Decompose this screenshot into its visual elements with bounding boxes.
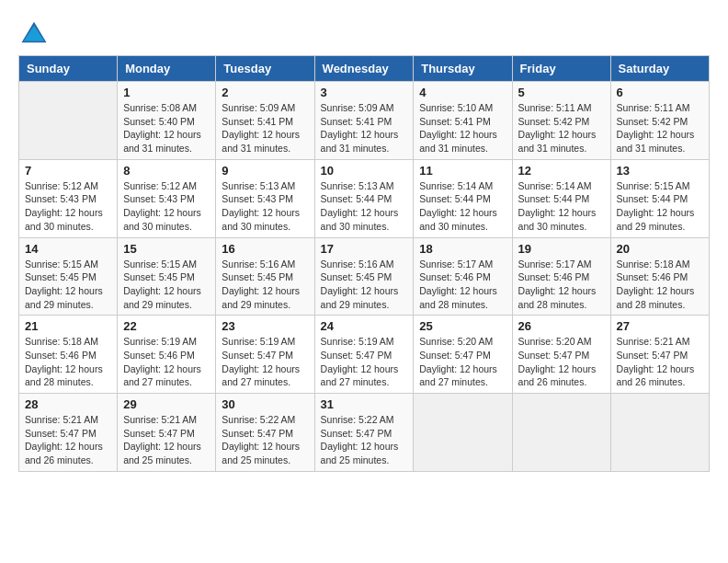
calendar-cell: 28Sunrise: 5:21 AM Sunset: 5:47 PM Dayli… (19, 394, 118, 472)
calendar-cell: 2Sunrise: 5:09 AM Sunset: 5:41 PM Daylig… (216, 82, 314, 160)
header-cell-thursday: Thursday (414, 56, 512, 82)
calendar-table: SundayMondayTuesdayWednesdayThursdayFrid… (18, 55, 710, 472)
day-info: Sunrise: 5:13 AM Sunset: 5:43 PM Dayligh… (222, 179, 308, 234)
day-info: Sunrise: 5:16 AM Sunset: 5:45 PM Dayligh… (222, 258, 308, 312)
calendar-cell: 29Sunrise: 5:21 AM Sunset: 5:47 PM Dayli… (118, 394, 216, 472)
day-number: 6 (617, 86, 703, 99)
day-info: Sunrise: 5:21 AM Sunset: 5:47 PM Dayligh… (25, 413, 111, 467)
calendar-cell: 8Sunrise: 5:12 AM Sunset: 5:43 PM Daylig… (118, 159, 216, 237)
calendar-header-row: SundayMondayTuesdayWednesdayThursdayFrid… (19, 56, 710, 82)
day-number: 12 (518, 164, 605, 178)
header-cell-tuesday: Tuesday (216, 56, 314, 82)
calendar-cell: 4Sunrise: 5:10 AM Sunset: 5:41 PM Daylig… (414, 82, 512, 160)
day-info: Sunrise: 5:15 AM Sunset: 5:45 PM Dayligh… (25, 258, 111, 312)
day-number: 18 (419, 242, 506, 256)
calendar-cell: 25Sunrise: 5:20 AM Sunset: 5:47 PM Dayli… (414, 316, 512, 394)
calendar-cell: 19Sunrise: 5:17 AM Sunset: 5:46 PM Dayli… (512, 237, 610, 316)
calendar-cell: 16Sunrise: 5:16 AM Sunset: 5:45 PM Dayli… (216, 237, 314, 316)
day-info: Sunrise: 5:08 AM Sunset: 5:40 PM Dayligh… (123, 101, 210, 155)
day-info: Sunrise: 5:09 AM Sunset: 5:41 PM Dayligh… (222, 101, 308, 155)
calendar-cell: 18Sunrise: 5:17 AM Sunset: 5:46 PM Dayli… (414, 237, 512, 316)
day-info: Sunrise: 5:15 AM Sunset: 5:44 PM Dayligh… (617, 179, 703, 234)
day-number: 19 (518, 242, 605, 256)
day-number: 9 (222, 164, 308, 178)
day-info: Sunrise: 5:13 AM Sunset: 5:44 PM Dayligh… (321, 179, 408, 234)
calendar-cell (19, 82, 118, 160)
day-number: 7 (25, 164, 111, 178)
day-number: 15 (123, 242, 210, 256)
day-info: Sunrise: 5:11 AM Sunset: 5:42 PM Dayligh… (617, 101, 703, 155)
day-number: 29 (123, 397, 210, 411)
day-info: Sunrise: 5:18 AM Sunset: 5:46 PM Dayligh… (617, 258, 703, 312)
day-info: Sunrise: 5:14 AM Sunset: 5:44 PM Dayligh… (419, 179, 506, 234)
calendar-week-4: 21Sunrise: 5:18 AM Sunset: 5:46 PM Dayli… (19, 316, 710, 394)
calendar-cell: 21Sunrise: 5:18 AM Sunset: 5:46 PM Dayli… (19, 316, 118, 394)
day-info: Sunrise: 5:10 AM Sunset: 5:41 PM Dayligh… (419, 101, 506, 155)
calendar-cell: 22Sunrise: 5:19 AM Sunset: 5:46 PM Dayli… (118, 316, 216, 394)
calendar-cell: 15Sunrise: 5:15 AM Sunset: 5:45 PM Dayli… (118, 237, 216, 316)
day-number: 25 (419, 319, 506, 333)
calendar-week-3: 14Sunrise: 5:15 AM Sunset: 5:45 PM Dayli… (19, 237, 710, 316)
day-info: Sunrise: 5:19 AM Sunset: 5:46 PM Dayligh… (123, 335, 210, 389)
calendar-cell: 27Sunrise: 5:21 AM Sunset: 5:47 PM Dayli… (610, 316, 709, 394)
calendar-cell (414, 394, 512, 472)
calendar-cell: 30Sunrise: 5:22 AM Sunset: 5:47 PM Dayli… (216, 394, 314, 472)
calendar-cell: 3Sunrise: 5:09 AM Sunset: 5:41 PM Daylig… (314, 82, 414, 160)
calendar-cell: 6Sunrise: 5:11 AM Sunset: 5:42 PM Daylig… (610, 82, 709, 160)
day-info: Sunrise: 5:14 AM Sunset: 5:44 PM Dayligh… (518, 179, 605, 234)
calendar-cell: 23Sunrise: 5:19 AM Sunset: 5:47 PM Dayli… (216, 316, 314, 394)
day-info: Sunrise: 5:17 AM Sunset: 5:46 PM Dayligh… (518, 258, 605, 312)
day-number: 20 (617, 242, 703, 256)
logo (18, 18, 48, 46)
day-info: Sunrise: 5:22 AM Sunset: 5:47 PM Dayligh… (222, 413, 308, 467)
calendar-cell: 10Sunrise: 5:13 AM Sunset: 5:44 PM Dayli… (314, 159, 414, 237)
day-info: Sunrise: 5:16 AM Sunset: 5:45 PM Dayligh… (321, 258, 408, 312)
day-info: Sunrise: 5:18 AM Sunset: 5:46 PM Dayligh… (25, 335, 111, 389)
day-number: 13 (617, 164, 703, 178)
header-cell-wednesday: Wednesday (314, 56, 414, 82)
day-number: 2 (222, 86, 308, 99)
day-info: Sunrise: 5:21 AM Sunset: 5:47 PM Dayligh… (617, 335, 703, 389)
header-cell-friday: Friday (512, 56, 610, 82)
day-number: 1 (123, 86, 210, 99)
day-number: 30 (222, 397, 308, 411)
day-info: Sunrise: 5:20 AM Sunset: 5:47 PM Dayligh… (518, 335, 605, 389)
day-info: Sunrise: 5:11 AM Sunset: 5:42 PM Dayligh… (518, 101, 605, 155)
day-number: 10 (321, 164, 408, 178)
header-cell-monday: Monday (118, 56, 216, 82)
day-info: Sunrise: 5:22 AM Sunset: 5:47 PM Dayligh… (321, 413, 408, 467)
day-number: 23 (222, 319, 308, 333)
header-cell-sunday: Sunday (19, 56, 118, 82)
day-number: 27 (617, 319, 703, 333)
calendar-cell: 14Sunrise: 5:15 AM Sunset: 5:45 PM Dayli… (19, 237, 118, 316)
calendar-cell (512, 394, 610, 472)
calendar-week-2: 7Sunrise: 5:12 AM Sunset: 5:43 PM Daylig… (19, 159, 710, 237)
day-info: Sunrise: 5:09 AM Sunset: 5:41 PM Dayligh… (321, 101, 408, 155)
svg-marker-1 (24, 26, 45, 41)
calendar-cell: 12Sunrise: 5:14 AM Sunset: 5:44 PM Dayli… (512, 159, 610, 237)
day-number: 21 (25, 319, 111, 333)
day-number: 4 (419, 86, 506, 99)
day-number: 31 (321, 397, 408, 411)
calendar-week-1: 1Sunrise: 5:08 AM Sunset: 5:40 PM Daylig… (19, 82, 710, 160)
calendar-cell: 1Sunrise: 5:08 AM Sunset: 5:40 PM Daylig… (118, 82, 216, 160)
day-number: 26 (518, 319, 605, 333)
day-info: Sunrise: 5:19 AM Sunset: 5:47 PM Dayligh… (321, 335, 408, 389)
day-number: 22 (123, 319, 210, 333)
day-info: Sunrise: 5:15 AM Sunset: 5:45 PM Dayligh… (123, 258, 210, 312)
calendar-cell: 26Sunrise: 5:20 AM Sunset: 5:47 PM Dayli… (512, 316, 610, 394)
calendar-cell: 31Sunrise: 5:22 AM Sunset: 5:47 PM Dayli… (314, 394, 414, 472)
day-number: 11 (419, 164, 506, 178)
calendar-cell: 17Sunrise: 5:16 AM Sunset: 5:45 PM Dayli… (314, 237, 414, 316)
calendar-cell: 5Sunrise: 5:11 AM Sunset: 5:42 PM Daylig… (512, 82, 610, 160)
day-info: Sunrise: 5:12 AM Sunset: 5:43 PM Dayligh… (123, 179, 210, 234)
day-info: Sunrise: 5:17 AM Sunset: 5:46 PM Dayligh… (419, 258, 506, 312)
calendar-cell: 13Sunrise: 5:15 AM Sunset: 5:44 PM Dayli… (610, 159, 709, 237)
calendar-cell: 11Sunrise: 5:14 AM Sunset: 5:44 PM Dayli… (414, 159, 512, 237)
day-number: 24 (321, 319, 408, 333)
day-number: 17 (321, 242, 408, 256)
calendar-cell (610, 394, 709, 472)
day-number: 16 (222, 242, 308, 256)
day-info: Sunrise: 5:12 AM Sunset: 5:43 PM Dayligh… (25, 179, 111, 234)
header-cell-saturday: Saturday (610, 56, 709, 82)
